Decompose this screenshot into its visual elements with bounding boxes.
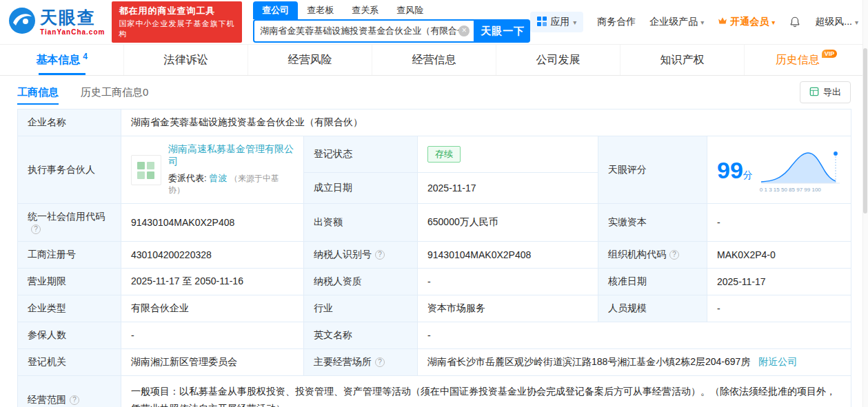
field-label: 企业名称 (18, 109, 121, 136)
score-axis-labels: 0 1 3 15 50 85 97 99 100 (760, 187, 841, 193)
field-label: 执行事务合伙人 (18, 136, 121, 204)
chevron-down-icon: ▾ (573, 19, 576, 26)
field-label: 经营范围? (18, 376, 121, 407)
subtab-history-business-info[interactable]: 历史工商信息0 (81, 78, 148, 107)
search-tab-boss[interactable]: 查老板 (298, 1, 343, 19)
help-icon[interactable]: ? (70, 395, 79, 405)
tab-label: 基本信息 (36, 53, 80, 67)
nav-vip-label: 开通会员 (730, 16, 769, 28)
field-label: 行业 (304, 295, 418, 322)
nav-business-cooperation[interactable]: 商务合作 (597, 16, 636, 28)
help-icon[interactable]: ? (375, 357, 385, 367)
paid-in-value: - (707, 204, 851, 242)
business-info-table: 企业名称 湖南省金芙蓉基础设施投资基金合伙企业（有限合伙） 执行事务合伙人 (17, 109, 851, 407)
table-row: 企业类型 有限合伙企业 行业 资本市场服务 人员规模 - (18, 295, 851, 322)
field-label: 参保人数 (18, 322, 121, 349)
nav-apps-label: 应用 (550, 16, 569, 28)
field-label: 出资额 (304, 204, 418, 242)
slogan-badge: 都在用的商业查询工具 国家中小企业发展子基金旗下机构 (112, 1, 242, 43)
premises-value: 湖南省长沙市岳麓区观沙岭街道滨江路188号湘江基金小镇2栋2层204-697房 (427, 356, 750, 367)
english-name-value: - (418, 322, 851, 349)
field-label: 营业期限 (18, 269, 121, 295)
help-icon[interactable]: ? (669, 250, 679, 260)
tab-operating-risk[interactable]: 经营风险 (248, 45, 372, 75)
tab-company-development[interactable]: 公司发展 (496, 45, 620, 75)
company-name-value: 湖南省金芙蓉基础设施投资基金合伙企业（有限合伙） (121, 109, 851, 136)
org-code-value: MAK0X2P4-0 (707, 242, 851, 269)
status-badge: 存续 (427, 146, 461, 163)
search-tab-relation[interactable]: 查关系 (343, 1, 387, 19)
tab-label: 公司发展 (536, 53, 581, 67)
clear-search-icon[interactable]: × (458, 25, 470, 36)
field-label: 登记机关 (18, 349, 121, 376)
credit-code-value: 91430104MAK0X2P408 (121, 204, 304, 242)
field-label: 组织机构代码? (598, 242, 707, 269)
table-row: 工商注册号 430104200220328 纳税人识别号? 91430104MA… (18, 242, 851, 269)
tianyan-score-cell: 99分 0 1 3 15 50 85 97 99 100 (707, 136, 851, 204)
tab-label: 法律诉讼 (164, 53, 208, 67)
capital-value: 650000万人民币 (418, 204, 598, 242)
field-label: 企业类型 (18, 295, 121, 322)
insured-count-value: - (121, 322, 304, 349)
score-value[interactable]: 99分 (717, 158, 753, 182)
subtab-history-label: 历史工商信息 (81, 86, 143, 98)
nav-biz-label: 商务合作 (597, 16, 636, 28)
rep-name-link[interactable]: 曾波 (209, 173, 227, 183)
score-chart: 0 1 3 15 50 85 97 99 100 (760, 147, 841, 193)
field-label: 主要经营场所? (304, 349, 418, 376)
partner-company-logo[interactable] (131, 155, 161, 185)
tab-basic-info[interactable]: 基本信息 4 (0, 45, 123, 75)
nav-super-risk[interactable]: 超级风... ▾ (815, 16, 858, 28)
nav-open-vip[interactable]: 开通会员 ▾ (718, 16, 775, 28)
search-area: 查公司 查老板 查关系 查风险 × 天眼一下 (253, 1, 530, 43)
table-row: 营业期限 2025-11-17 至 2050-11-16 纳税人资质 - 核准日… (18, 269, 851, 295)
table-row: 登记机关 湖南湘江新区管理委员会 主要经营场所? 湖南省长沙市岳麓区观沙岭街道滨… (18, 349, 851, 376)
table-row: 参保人数 - 英文名称 - (18, 322, 851, 349)
tab-intellectual-property[interactable]: 知识产权 (620, 45, 744, 75)
search-button[interactable]: 天眼一下 (475, 19, 530, 43)
export-spreadsheet-icon (809, 87, 819, 98)
field-label: 核准日期 (598, 269, 707, 295)
establish-date-value: 2025-11-17 (418, 172, 598, 204)
field-label: 统一社会信用代码? (18, 204, 121, 242)
table-row: 企业名称 湖南省金芙蓉基础设施投资基金合伙企业（有限合伙） (18, 109, 851, 136)
slogan-line1: 都在用的商业查询工具 (119, 5, 235, 17)
tianyancha-eye-icon (8, 7, 36, 37)
nav-apps[interactable]: 应用 ▾ (530, 12, 583, 32)
search-tab-risk[interactable]: 查风险 (387, 1, 432, 19)
nav-enterprise-products[interactable]: 企业级产品 ▾ (649, 16, 704, 28)
subtab-business-info[interactable]: 工商信息 (17, 78, 59, 107)
nearby-companies-link[interactable]: 附近公司 (758, 356, 797, 367)
logo[interactable]: 天眼查 TianYanCha.com (8, 7, 105, 37)
table-row: 统一社会信用代码? 91430104MAK0X2P408 出资额 650000万… (18, 204, 851, 242)
chevron-down-icon: ▾ (700, 19, 704, 26)
partner-company-link[interactable]: 湖南高速私募基金管理有限公司 (168, 143, 294, 167)
tab-legal-litigation[interactable]: 法律诉讼 (123, 45, 248, 75)
search-input[interactable] (260, 26, 458, 36)
field-label: 工商注册号 (18, 242, 121, 269)
tab-count: 4 (83, 52, 88, 61)
premises-cell: 湖南省长沙市岳麓区观沙岭街道滨江路188号湘江基金小镇2栋2层204-697房 … (418, 349, 851, 376)
tab-operating-info[interactable]: 经营信息 (372, 45, 496, 75)
help-icon[interactable]: ? (31, 225, 41, 234)
authority-value: 湖南湘江新区管理委员会 (121, 349, 304, 376)
search-tab-company[interactable]: 查公司 (253, 1, 298, 19)
executive-partner-cell: 湖南高速私募基金管理有限公司 委派代表: 曾波 （来源于中基协） (121, 136, 304, 204)
field-label: 登记状态 (304, 136, 418, 173)
scrollbar-thumb[interactable] (863, 48, 867, 213)
field-label: 纳税人资质 (304, 269, 418, 295)
export-label: 导出 (823, 86, 841, 98)
export-button[interactable]: 导出 (800, 81, 851, 103)
chevron-down-icon: ▾ (771, 19, 775, 26)
logo-title: 天眼查 (40, 9, 105, 26)
help-icon[interactable]: ? (375, 250, 385, 260)
tab-history-info[interactable]: 历史信息 VIP (744, 45, 868, 75)
table-row: 执行事务合伙人 湖南高速私募基金管理有限公司 (18, 136, 851, 173)
sub-tab-bar: 工商信息 历史工商信息0 导出 (0, 76, 868, 109)
top-header: 天眼查 TianYanCha.com 都在用的商业查询工具 国家中小企业发展子基… (0, 0, 868, 44)
notification-bell-icon[interactable] (789, 16, 801, 28)
business-scope-value: 一般项目：以私募基金从事股权投资、投资管理、资产管理等活动（须在中国证券投资基金… (121, 376, 851, 407)
vertical-scrollbar (862, 0, 868, 407)
tab-label: 经营信息 (412, 53, 456, 67)
chevron-down-icon: ▾ (855, 19, 858, 26)
